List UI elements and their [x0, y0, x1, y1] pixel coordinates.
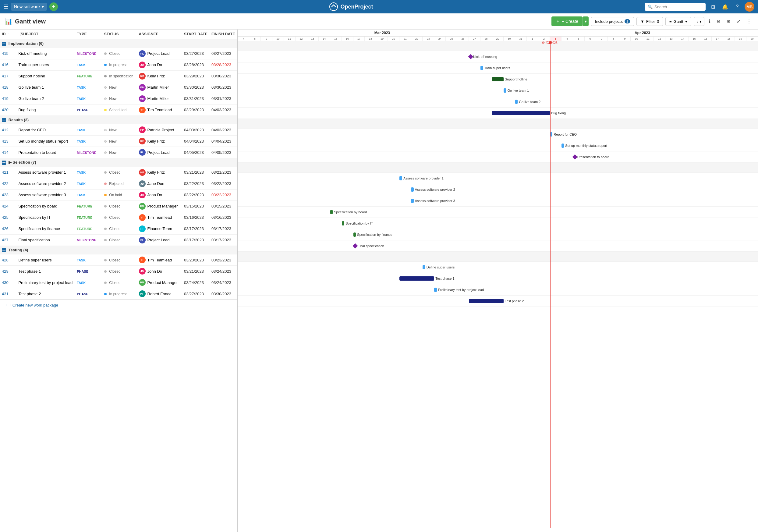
col-resize-handle[interactable]: ⋮ [18, 32, 19, 36]
table-header-row: ID ↑ ⋮ SUBJECT TYPE STATUS ASSIGNEE STAR… [0, 30, 237, 39]
user-avatar[interactable]: MB [744, 2, 754, 12]
id-link[interactable]: 418 [2, 85, 9, 89]
th-id[interactable]: ID ↑ [0, 30, 17, 39]
gantt-day: 16 [700, 37, 712, 41]
row-finish-date: 03/15/2023 [210, 200, 237, 212]
row-id[interactable]: 421 [0, 167, 17, 178]
row-id[interactable]: 418 [0, 82, 17, 93]
row-id[interactable]: 428 [0, 254, 17, 266]
row-id[interactable]: 417 [0, 70, 17, 82]
th-status[interactable]: STATUS [102, 30, 137, 39]
row-id[interactable]: 416 [0, 59, 17, 70]
table-row: 419 Go live team 2 TASK New MM Martin Mi… [0, 93, 237, 104]
id-link[interactable]: 417 [2, 74, 9, 78]
zoom-out-button[interactable]: ⊖ [715, 17, 722, 26]
row-id[interactable]: 413 [0, 136, 17, 147]
id-link[interactable]: 414 [2, 150, 9, 155]
row-subject: Final specification [17, 234, 75, 246]
th-assignee[interactable]: ASSIGNEE [137, 30, 182, 39]
id-link[interactable]: 430 [2, 280, 9, 285]
row-id[interactable]: 412 [0, 124, 17, 136]
hamburger-button[interactable]: ☰ [4, 3, 9, 10]
apps-grid-button[interactable]: ⊞ [708, 2, 718, 12]
row-id[interactable]: 427 [0, 234, 17, 246]
id-link[interactable]: 412 [2, 128, 9, 132]
id-link[interactable]: 427 [2, 238, 9, 242]
id-link[interactable]: 426 [2, 227, 9, 231]
th-finish-date[interactable]: FINISH DATE [210, 30, 237, 39]
group-header[interactable]: — Results (3) [0, 116, 237, 124]
search-input[interactable] [654, 5, 703, 9]
row-id[interactable]: 426 [0, 223, 17, 234]
row-id[interactable]: 429 [0, 266, 17, 277]
th-subject[interactable]: ⋮ SUBJECT [17, 30, 75, 39]
id-link[interactable]: 415 [2, 51, 9, 56]
gantt-day: 23 [423, 37, 434, 41]
group-collapse-icon[interactable]: — [2, 42, 6, 46]
id-link[interactable]: 413 [2, 139, 9, 144]
info-button[interactable]: ℹ [707, 17, 712, 26]
row-assignee: JD John Do [137, 189, 182, 200]
gantt-day: 13 [665, 37, 677, 41]
gantt-day: 7 [238, 37, 249, 41]
include-projects-button[interactable]: Include projects 1 [591, 17, 634, 26]
row-id[interactable]: 422 [0, 178, 17, 189]
row-type: TASK [75, 124, 102, 136]
create-dropdown-button[interactable]: ▾ [582, 17, 589, 26]
id-link[interactable]: 425 [2, 215, 9, 220]
group-header[interactable]: — Implementation (6) [0, 39, 237, 48]
id-link[interactable]: 421 [2, 170, 9, 175]
group-collapse-icon[interactable]: — [2, 248, 6, 252]
id-link[interactable]: 431 [2, 292, 9, 296]
fullscreen-button[interactable]: ⤢ [735, 17, 742, 26]
row-subject: Test phase 2 [17, 288, 75, 300]
row-id[interactable]: 415 [0, 48, 17, 59]
group-header[interactable]: — ▶ Selection (7) [0, 158, 237, 167]
group-collapse-icon[interactable]: — [2, 118, 6, 122]
gantt-bar-label: Specification by board [334, 210, 367, 214]
id-link[interactable]: 422 [2, 181, 9, 186]
row-id[interactable]: 431 [0, 288, 17, 300]
id-link[interactable]: 428 [2, 258, 9, 262]
row-id[interactable]: 425 [0, 212, 17, 223]
id-link[interactable]: 424 [2, 204, 9, 208]
more-options-button[interactable]: ⋮ [745, 17, 753, 26]
row-assignee: PL Project Lead [137, 234, 182, 246]
row-id[interactable]: 423 [0, 189, 17, 200]
th-type[interactable]: TYPE [75, 30, 102, 39]
row-start-date: 03/30/2023 [182, 82, 210, 93]
zoom-in-button[interactable]: ⊕ [725, 17, 732, 26]
id-link[interactable]: 416 [2, 62, 9, 67]
id-link[interactable]: 429 [2, 269, 9, 274]
row-id[interactable]: 419 [0, 93, 17, 104]
create-work-package-link[interactable]: + + Create new work package [0, 300, 237, 310]
project-selector[interactable]: New software ▾ [11, 3, 47, 11]
id-link[interactable]: 420 [2, 108, 9, 112]
notifications-button[interactable]: 🔔 [720, 2, 730, 12]
export-button[interactable]: ↓ ▾ [694, 17, 705, 26]
group-header[interactable]: — Testing (4) [0, 246, 237, 254]
row-id[interactable]: 430 [0, 277, 17, 288]
id-link[interactable]: 419 [2, 96, 9, 101]
status-text: Rejected [109, 182, 123, 186]
gantt-body[interactable]: 04/03/2023Kick-off meetingTrain super us… [238, 41, 758, 528]
table-row: 416 Train super users TASK In progress J… [0, 59, 237, 70]
assignee-name: Tim Teamlead [148, 258, 172, 262]
th-start-date[interactable]: START DATE [182, 30, 210, 39]
row-subject: Assess software provider 1 [17, 167, 75, 178]
row-assignee: FT Finance Team [137, 223, 182, 234]
gantt-data-row: Support hotline [238, 74, 758, 85]
filter-button[interactable]: ▼ Filter 0 [637, 17, 663, 26]
row-id[interactable]: 414 [0, 147, 17, 158]
row-id[interactable]: 424 [0, 200, 17, 212]
create-button[interactable]: ＋ + Create [551, 17, 582, 26]
status-dot [104, 152, 107, 154]
gantt-view-button[interactable]: ≡ Gantt ▾ [665, 17, 691, 26]
id-link[interactable]: 423 [2, 193, 9, 197]
search-box[interactable]: 🔍 [645, 3, 706, 11]
help-button[interactable]: ? [732, 2, 742, 12]
group-collapse-icon[interactable]: — [2, 160, 6, 165]
row-id[interactable]: 420 [0, 104, 17, 116]
add-work-package-button[interactable]: + [49, 2, 58, 11]
row-status: In progress [102, 288, 137, 300]
